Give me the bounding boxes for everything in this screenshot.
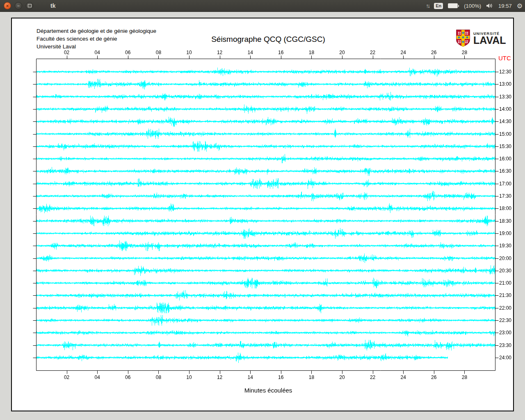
- maximize-icon: [28, 4, 32, 7]
- utc-time-label: 18:00: [499, 205, 511, 211]
- battery-indicator[interactable]: [448, 3, 459, 8]
- utc-time-label: 13:30: [499, 94, 511, 100]
- utc-time-label: 21:30: [499, 292, 511, 298]
- utc-time-label: 24:00: [499, 355, 511, 361]
- utc-time-label: 20:30: [499, 268, 511, 274]
- down-arrow-icon: ↓: [427, 2, 429, 9]
- window-controls: × −: [4, 2, 33, 9]
- keyboard-layout-indicator[interactable]: En: [434, 3, 443, 9]
- utc-time-label: 16:00: [499, 156, 511, 162]
- utc-time-label: 13:00: [499, 81, 511, 87]
- utc-time-label: 19:00: [499, 231, 511, 236]
- x-tick-label-top: 18: [305, 50, 317, 55]
- clock[interactable]: 19:57: [498, 3, 512, 9]
- utc-time-label: 16:30: [499, 168, 511, 174]
- x-tick-label-bottom: 24: [397, 374, 409, 380]
- x-tick-label-bottom: 16: [275, 374, 287, 380]
- x-tick-label-top: 20: [336, 50, 348, 55]
- utc-time-label: 17:00: [499, 181, 511, 187]
- x-tick-label-bottom: 20: [336, 374, 348, 380]
- window-title: tk: [50, 2, 55, 9]
- x-tick-label-bottom: 18: [305, 374, 317, 380]
- x-tick-label-top: 04: [91, 50, 103, 55]
- utc-time-label: 18:30: [499, 218, 511, 224]
- x-tick-label-bottom: 04: [91, 374, 103, 380]
- x-tick-label-top: 08: [152, 50, 164, 55]
- utc-time-label: 19:30: [499, 243, 511, 249]
- x-tick-label-bottom: 10: [183, 374, 195, 380]
- speaker-icon: [486, 3, 493, 9]
- window-title-bar[interactable]: × − tk ↑↓ En (100%) 19:57 ⚙: [0, 0, 525, 12]
- tk-app-canvas: Département de géologie et de génie géol…: [11, 18, 514, 411]
- x-tick-label-top: 06: [122, 50, 134, 55]
- close-button[interactable]: ×: [4, 2, 11, 9]
- utc-time-label: 14:00: [499, 106, 511, 112]
- x-tick-label-top: 16: [275, 50, 287, 55]
- x-tick-label-bottom: 26: [428, 374, 440, 380]
- gear-icon: ⚙: [517, 2, 523, 9]
- utc-time-label: 12:30: [499, 69, 511, 75]
- status-indicators: ↑↓ En (100%) 19:57 ⚙: [426, 0, 523, 11]
- x-tick-label-bottom: 08: [152, 374, 164, 380]
- maximize-button[interactable]: [26, 2, 33, 9]
- utc-time-label: 21:00: [499, 280, 511, 286]
- x-tick-label-top: 22: [367, 50, 379, 55]
- battery-icon: [448, 3, 458, 8]
- utc-time-label: 23:00: [499, 330, 511, 336]
- network-indicator[interactable]: ↑↓: [426, 2, 429, 9]
- x-tick-label-top: 10: [183, 50, 195, 55]
- minimize-button[interactable]: −: [15, 2, 22, 9]
- session-menu[interactable]: ⚙: [517, 2, 523, 10]
- utc-time-label: 22:30: [499, 317, 511, 323]
- seismogram-canvas: [12, 18, 513, 411]
- utc-time-label: 15:30: [499, 144, 511, 149]
- battery-nub-icon: [458, 5, 459, 7]
- utc-time-label: 22:00: [499, 305, 511, 311]
- x-tick-label-top: 02: [61, 50, 73, 55]
- volume-indicator[interactable]: [486, 3, 493, 9]
- x-tick-label-top: 26: [428, 50, 440, 55]
- battery-percentage: (100%): [464, 3, 481, 9]
- utc-time-label: 15:00: [499, 131, 511, 137]
- utc-time-label: 17:30: [499, 193, 511, 199]
- x-tick-label-bottom: 06: [122, 374, 134, 380]
- x-tick-label-bottom: 22: [367, 374, 379, 380]
- x-tick-label-top: 28: [458, 50, 470, 55]
- x-tick-label-top: 12: [214, 50, 226, 55]
- x-tick-label-bottom: 02: [61, 374, 73, 380]
- utc-time-label: 14:30: [499, 119, 511, 124]
- desktop: { "titlebar": { "title": "tk", "close_gl…: [0, 0, 525, 420]
- x-tick-label-bottom: 28: [458, 374, 470, 380]
- x-tick-label-bottom: 14: [244, 374, 256, 380]
- utc-axis-title: UTC: [498, 55, 511, 62]
- x-tick-label-bottom: 12: [214, 374, 226, 380]
- x-tick-label-top: 24: [397, 50, 409, 55]
- utc-time-label: 23:30: [499, 342, 511, 348]
- x-tick-label-top: 14: [244, 50, 256, 55]
- x-axis-label: Minutes écoulées: [135, 387, 402, 394]
- utc-time-label: 20:00: [499, 256, 511, 261]
